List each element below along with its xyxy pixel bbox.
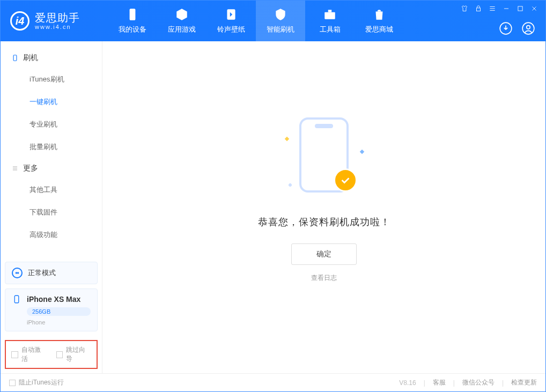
menu-icon[interactable] <box>488 4 497 13</box>
bag-icon <box>372 8 386 21</box>
flash-options-highlight: 自动激活 跳过向导 <box>5 340 98 369</box>
sidebar-group-flash: 刷机 <box>1 48 102 68</box>
svg-point-11 <box>17 272 19 273</box>
checkbox-skip-guide[interactable]: 跳过向导 <box>56 345 92 364</box>
music-icon <box>224 8 238 21</box>
svg-rect-4 <box>477 8 481 11</box>
sidebar-group-more: 更多 <box>1 158 102 179</box>
svg-rect-5 <box>518 6 522 11</box>
nav-label: 工具箱 <box>320 25 341 34</box>
nav-label: 智能刷机 <box>267 25 294 34</box>
nav-label: 应用游戏 <box>168 25 196 34</box>
ok-button[interactable]: 确定 <box>291 243 357 265</box>
success-message: 恭喜您，保资料刷机成功啦！ <box>258 216 390 228</box>
checkbox-block-itunes[interactable]: 阻止iTunes运行 <box>9 378 64 387</box>
svg-point-8 <box>527 26 530 29</box>
check-badge-icon <box>334 168 357 192</box>
sidebar-item-other-tools[interactable]: 其他工具 <box>1 179 102 201</box>
svg-point-7 <box>522 23 534 34</box>
shirt-icon[interactable] <box>460 4 469 13</box>
user-icon[interactable] <box>521 21 536 36</box>
sidebar-group-label: 更多 <box>23 164 38 173</box>
checkbox-icon <box>9 380 16 386</box>
checkbox-icon <box>56 351 63 358</box>
list-icon <box>11 165 19 172</box>
device-type: iPhone <box>27 319 91 326</box>
sidebar-item-oneclick-flash[interactable]: 一键刷机 <box>1 91 102 113</box>
svg-rect-0 <box>130 9 136 20</box>
footer-link-wechat[interactable]: 微信公众号 <box>462 378 495 387</box>
brand-name: 爱思助手 <box>35 12 80 24</box>
device-icon <box>126 8 139 21</box>
nav-toolbox[interactable]: 工具箱 <box>305 1 355 41</box>
checkbox-label: 跳过向导 <box>66 345 91 364</box>
sidebar-item-itunes-flash[interactable]: iTunes刷机 <box>1 68 102 91</box>
checkbox-auto-activate[interactable]: 自动激活 <box>11 345 47 364</box>
svg-rect-12 <box>14 295 19 303</box>
sidebar: 刷机 iTunes刷机 一键刷机 专业刷机 批量刷机 更多 其他工具 下载固件 … <box>1 41 102 373</box>
footer-link-update[interactable]: 检查更新 <box>511 378 537 387</box>
close-icon[interactable] <box>529 4 539 13</box>
device-storage-badge: 256GB <box>27 307 91 316</box>
lock-icon[interactable] <box>474 4 483 13</box>
header: i4 爱思助手 www.i4.cn 我的设备 应用游戏 铃声壁纸 智能刷机 <box>1 1 545 41</box>
nav-store[interactable]: 爱思商城 <box>355 1 404 41</box>
nav-smart-flash[interactable]: 智能刷机 <box>256 1 305 41</box>
svg-rect-3 <box>328 10 332 12</box>
brand-site: www.i4.cn <box>35 24 80 30</box>
mode-normal-icon <box>12 268 23 278</box>
svg-rect-2 <box>324 12 335 19</box>
sidebar-group-label: 刷机 <box>23 53 38 63</box>
sidebar-item-batch-flash[interactable]: 批量刷机 <box>1 136 102 158</box>
device-name: iPhone XS Max <box>27 295 80 304</box>
logo-block: i4 爱思助手 www.i4.cn <box>1 1 108 41</box>
svg-point-10 <box>16 272 17 273</box>
nav-ringtones[interactable]: 铃声壁纸 <box>206 1 256 41</box>
toolbox-icon <box>323 8 337 21</box>
mode-label: 正常模式 <box>28 268 56 278</box>
shield-refresh-icon <box>274 8 287 21</box>
status-bar: 阻止iTunes运行 V8.16 | 客服 | 微信公众号 | 检查更新 <box>1 373 545 391</box>
maximize-icon[interactable] <box>515 4 525 13</box>
sidebar-item-pro-flash[interactable]: 专业刷机 <box>1 113 102 136</box>
logo-icon: i4 <box>10 11 29 31</box>
footer-link-support[interactable]: 客服 <box>433 378 446 387</box>
cube-icon <box>175 8 189 21</box>
nav-apps[interactable]: 应用游戏 <box>157 1 206 41</box>
nav-my-device[interactable]: 我的设备 <box>108 1 157 41</box>
checkbox-label: 自动激活 <box>21 345 47 364</box>
sidebar-item-advanced[interactable]: 高级功能 <box>1 224 102 246</box>
nav-label: 我的设备 <box>119 25 146 34</box>
mode-card[interactable]: 正常模式 <box>5 262 98 284</box>
minimize-icon[interactable] <box>501 4 511 13</box>
success-illustration <box>281 116 367 202</box>
top-nav: 我的设备 应用游戏 铃声壁纸 智能刷机 工具箱 爱思商城 <box>108 1 404 41</box>
main-content: 恭喜您，保资料刷机成功啦！ 确定 查看日志 <box>102 41 545 373</box>
checkbox-icon <box>11 351 18 358</box>
nav-label: 爱思商城 <box>365 25 393 34</box>
view-log-link[interactable]: 查看日志 <box>311 273 337 283</box>
nav-label: 铃声壁纸 <box>217 25 245 34</box>
download-icon[interactable] <box>498 21 513 36</box>
phone-icon <box>12 294 21 304</box>
svg-rect-9 <box>13 55 17 61</box>
window-controls <box>460 4 539 13</box>
device-card[interactable]: iPhone XS Max 256GB iPhone <box>5 289 98 331</box>
phone-small-icon <box>11 54 19 62</box>
sidebar-item-download-firmware[interactable]: 下载固件 <box>1 201 102 224</box>
checkbox-label: 阻止iTunes运行 <box>19 378 64 387</box>
version-label: V8.16 <box>399 379 416 387</box>
